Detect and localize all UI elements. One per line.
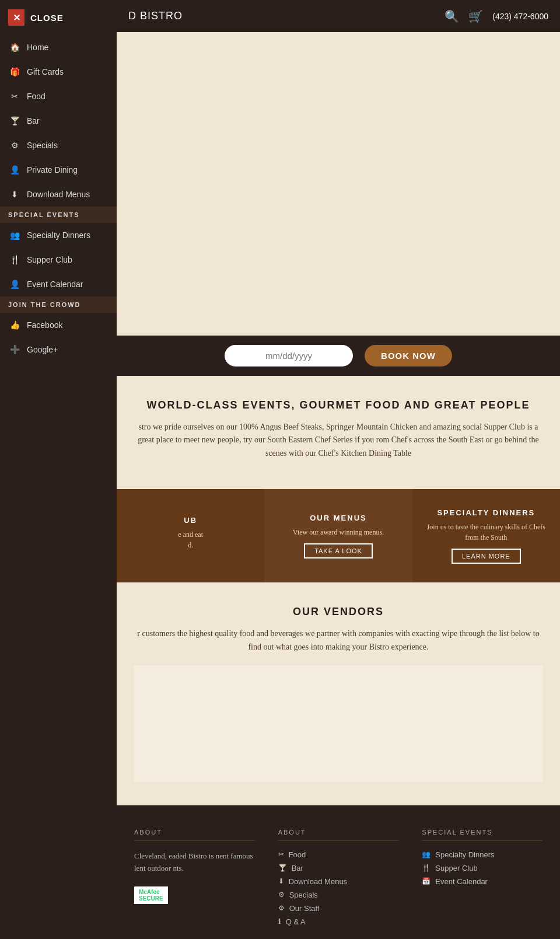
header-phone: (423) 472-6000 [492, 12, 548, 21]
supper-club-icon: 🍴 [8, 253, 21, 266]
footer-link-bar[interactable]: 🍸 Bar [278, 864, 399, 872]
footer-supper-label: Supper Club [435, 864, 477, 872]
footer-link-food[interactable]: ✂ Food [278, 850, 399, 859]
sidebar-item-supper-club[interactable]: 🍴 Supper Club [0, 247, 117, 272]
join-the-crowd-header: JOIN THE CROWD [0, 296, 117, 313]
sidebar-food-label: Food [27, 92, 46, 101]
sidebar-private-label: Private Dining [27, 165, 78, 174]
specials-icon: ⚙ [8, 139, 21, 152]
supper-club-card-title: UB [178, 516, 203, 525]
world-class-desc: stro we pride ourselves on our 100% Angu… [134, 421, 542, 460]
sidebar-nav: 🏠 Home 🎁 Gift Cards ✂ Food 🍸 Bar ⚙ Speci… [0, 35, 117, 362]
footer-special-events-col: SPECIAL EVENTS 👥 Specialty Dinners 🍴 Sup… [422, 829, 542, 931]
sidebar-item-event-calendar[interactable]: 👤 Event Calendar [0, 272, 117, 296]
header-title: D BISTRO [128, 10, 183, 22]
footer-specials-icon: ⚙ [278, 891, 285, 899]
footer-special-events-title: SPECIAL EVENTS [422, 829, 542, 841]
food-icon: ✂ [8, 90, 21, 103]
hero-area [117, 32, 560, 336]
sidebar-specials-label: Specials [27, 141, 58, 150]
footer: ABOUT Cleveland, eaded Bistro is nent fa… [117, 805, 560, 939]
sidebar-item-home[interactable]: 🏠 Home [0, 35, 117, 60]
footer-link-specials[interactable]: ⚙ Specials [278, 891, 399, 899]
specialty-dinners-card-title: SPECIALTY DINNERS [422, 508, 551, 517]
footer-about-col: ABOUT Cleveland, eaded Bistro is nent fa… [134, 829, 255, 931]
sidebar-bar-label: Bar [27, 116, 40, 125]
sidebar-item-specials[interactable]: ⚙ Specials [0, 133, 117, 158]
sidebar-google-label: Google+ [27, 345, 58, 354]
footer-qa-label: Q & A [286, 917, 306, 926]
specialty-dinners-card-text: Join us to taste the culinary skills of … [422, 522, 551, 543]
footer-links-title: ABOUT [278, 829, 399, 841]
sidebar-item-private-dining[interactable]: 👤 Private Dining [0, 158, 117, 182]
supper-club-card-text: e and eatd. [178, 529, 203, 550]
sidebar: ✕ CLOSE 🏠 Home 🎁 Gift Cards ✂ Food 🍸 Bar… [0, 0, 117, 939]
footer-supper-icon: 🍴 [422, 864, 430, 872]
close-button[interactable]: ✕ CLOSE [0, 0, 117, 35]
footer-calendar-label: Event Calendar [435, 877, 488, 886]
footer-about-title: ABOUT [134, 829, 255, 841]
sidebar-home-label: Home [27, 43, 48, 52]
sidebar-item-google-plus[interactable]: ➕ Google+ [0, 337, 117, 362]
footer-download-icon: ⬇ [278, 877, 284, 885]
footer-qa-icon: ℹ [278, 917, 281, 926]
our-menus-card: OUR MENUS View our award winning menus. … [264, 489, 412, 582]
close-label: CLOSE [30, 13, 64, 23]
sidebar-item-facebook[interactable]: 👍 Facebook [0, 313, 117, 337]
date-input[interactable] [225, 345, 353, 366]
google-plus-icon: ➕ [8, 343, 21, 356]
supper-club-card-content: UB e and eatd. [178, 516, 203, 556]
footer-link-event-calendar[interactable]: 📅 Event Calendar [422, 877, 542, 886]
main-content: D BISTRO 🔍 🛒 (423) 472-6000 BOOK NOW WOR… [117, 0, 560, 939]
footer-specialty-icon: 👥 [422, 850, 430, 858]
search-icon[interactable]: 🔍 [444, 9, 459, 23]
specialty-dinners-card-content: SPECIALTY DINNERS Join us to taste the c… [422, 508, 551, 564]
private-dining-icon: 👤 [8, 163, 21, 176]
footer-link-specialty-dinners[interactable]: 👥 Specialty Dinners [422, 850, 542, 859]
footer-bar-icon: 🍸 [278, 864, 287, 872]
sidebar-supper-label: Supper Club [27, 255, 72, 264]
mcafee-label: McAfeeSECURE [139, 889, 163, 902]
footer-links-col: ABOUT ✂ Food 🍸 Bar ⬇ Download Menus ⚙ Sp… [278, 829, 399, 931]
bar-icon: 🍸 [8, 114, 21, 127]
special-events-header: SPECIAL EVENTS [0, 207, 117, 223]
sidebar-item-specialty-dinners[interactable]: 👥 Specialty Dinners [0, 223, 117, 247]
sidebar-item-download-menus[interactable]: ⬇ Download Menus [0, 182, 117, 207]
footer-link-staff[interactable]: ⚙ Our Staff [278, 904, 399, 913]
sidebar-specialty-label: Specialty Dinners [27, 231, 90, 240]
footer-specialty-label: Specialty Dinners [435, 850, 494, 859]
our-menus-card-title: OUR MENUS [293, 514, 384, 522]
take-a-look-button[interactable]: TAKE A LOOK [304, 543, 373, 558]
footer-calendar-icon: 📅 [422, 877, 430, 885]
vendors-desc: r customers the highest quality food and… [134, 627, 542, 654]
footer-staff-icon: ⚙ [278, 904, 285, 912]
sidebar-facebook-label: Facebook [27, 320, 62, 330]
sidebar-gift-label: Gift Cards [27, 67, 64, 76]
gift-icon: 🎁 [8, 65, 21, 78]
footer-staff-label: Our Staff [289, 904, 320, 913]
footer-download-label: Download Menus [289, 877, 347, 886]
sidebar-item-food[interactable]: ✂ Food [0, 84, 117, 109]
footer-link-supper-club[interactable]: 🍴 Supper Club [422, 864, 542, 872]
footer-about-text: Cleveland, eaded Bistro is nent famous l… [134, 850, 255, 875]
facebook-icon: 👍 [8, 319, 21, 331]
sidebar-calendar-label: Event Calendar [27, 280, 83, 289]
header-bar: D BISTRO 🔍 🛒 (423) 472-6000 [117, 0, 560, 32]
cart-icon[interactable]: 🛒 [468, 9, 483, 23]
sidebar-item-bar[interactable]: 🍸 Bar [0, 109, 117, 133]
vendors-title: OUR VENDORS [134, 606, 542, 618]
vendors-section: OUR VENDORS r customers the highest qual… [117, 582, 560, 805]
cards-row: UB e and eatd. OUR MENUS View our award … [117, 489, 560, 582]
footer-link-qa[interactable]: ℹ Q & A [278, 917, 399, 926]
sidebar-item-gift-cards[interactable]: 🎁 Gift Cards [0, 60, 117, 84]
world-class-title: WORLD-CLASS EVENTS, GOURMET FOOD AND GRE… [134, 399, 542, 411]
learn-more-button[interactable]: LEARN MORE [452, 549, 521, 564]
footer-food-label: Food [289, 850, 306, 859]
footer-bar-label: Bar [292, 864, 303, 872]
footer-link-download[interactable]: ⬇ Download Menus [278, 877, 399, 886]
event-calendar-icon: 👤 [8, 278, 21, 291]
book-now-button[interactable]: BOOK NOW [365, 345, 452, 366]
footer-food-icon: ✂ [278, 850, 284, 858]
sidebar-download-label: Download Menus [27, 190, 90, 199]
booking-bar: BOOK NOW [117, 336, 560, 376]
